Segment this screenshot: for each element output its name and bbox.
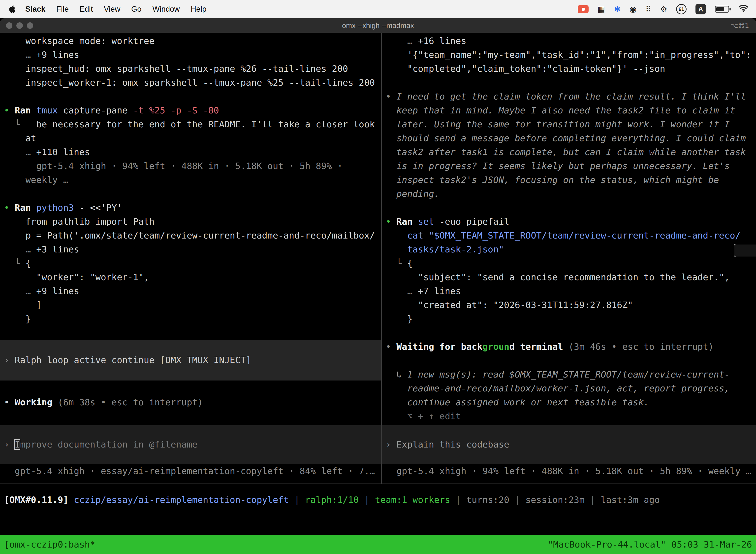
menu-bar: SlackFileEditViewGoWindowHelp ▦ ✱ ◉ ⠿ ⚙ …	[0, 0, 756, 18]
window-close-button[interactable]	[6, 22, 12, 29]
terminal-content: workspace_mode: worktree … +9 lines insp…	[0, 33, 756, 554]
wifi-icon[interactable]	[738, 4, 749, 14]
text-segment: team:1 workers	[375, 495, 450, 505]
text-segment: should send a message before completing …	[386, 133, 746, 143]
text-segment: inspect_worker-1: omx sparkshell --tmux-…	[4, 77, 375, 88]
terminal-line: gpt-5.4 xhigh · essay/ai-reimplementatio…	[0, 464, 381, 478]
text-segment: |	[289, 495, 305, 505]
text-cursor: I	[15, 439, 20, 449]
menu-view[interactable]: View	[98, 5, 126, 13]
text-segment: (6m 38s • esc to interrupt)	[58, 397, 203, 407]
text-segment: set	[418, 216, 440, 227]
terminal-line: … +9 lines	[0, 48, 381, 62]
text-segment: later. Using the same for transition mig…	[386, 119, 730, 129]
badge-61-icon[interactable]: 61	[676, 4, 687, 14]
text-segment: from pathlib import Path	[4, 216, 154, 227]
text-segment: groun	[483, 341, 509, 352]
text-segment: "created_at": "2026-03-31T11:59:27.816Z"	[386, 300, 633, 310]
text-segment: Waiting for back	[396, 341, 483, 352]
text-segment: task2 after task1 is complete, but can I…	[386, 147, 746, 157]
text-segment: |	[450, 495, 466, 505]
dots-grid-icon[interactable]: ⠿	[645, 4, 651, 14]
terminal-line: … +9 lines	[0, 284, 381, 298]
terminal-line: readme-and-reco/mailbox/worker-1.json, a…	[382, 382, 756, 395]
window-title-bar[interactable]: omx --xhigh --madmax ⌥⌘1	[0, 18, 756, 33]
keyboard-grid-icon[interactable]: ▦	[597, 4, 605, 14]
gear-icon[interactable]: ⚙	[660, 4, 667, 14]
text-segment: •	[4, 105, 15, 115]
text-segment: turns:20	[466, 495, 509, 505]
text-segment: └	[4, 258, 25, 268]
text-segment: session:23m	[525, 495, 584, 505]
menu-slack[interactable]: Slack	[20, 5, 51, 13]
text-segment: "worker": "worker-1",	[4, 272, 149, 282]
menu-window[interactable]: Window	[147, 5, 185, 13]
stop-screen-recording-icon[interactable]	[578, 5, 588, 13]
text-segment: +3 lines	[36, 244, 79, 255]
terminal-line: keep that in mind. Maybe I also need the…	[382, 104, 756, 117]
terminal-line: }	[382, 312, 756, 326]
menu-go[interactable]: Go	[126, 5, 147, 13]
tmux-host-clock: "MacBook-Pro-44.local" 05:03 31-Mar-26	[548, 539, 752, 550]
app-menus: SlackFileEditViewGoWindowHelp	[0, 5, 212, 14]
window-minimize-button[interactable]	[16, 22, 23, 29]
text-segment: +9 lines	[36, 286, 79, 296]
text-segment: |	[509, 495, 525, 505]
text-segment: ›	[4, 355, 15, 365]
text-segment: ⌥ + ↑ edit	[386, 411, 461, 421]
text-segment: capture-pane	[63, 105, 133, 115]
battery-fill	[716, 7, 724, 11]
terminal-line: ↳ 1 new msg(s): read $OMX_TEAM_STATE_ROO…	[382, 368, 756, 382]
terminal-line	[0, 187, 381, 201]
left-agent-pane[interactable]: workspace_mode: worktree … +9 lines insp…	[0, 33, 381, 484]
terminal-line: • Waiting for background terminal (3m 46…	[382, 340, 756, 354]
text-segment: …	[4, 50, 36, 60]
dark-circle-icon[interactable]: ◉	[630, 4, 636, 14]
text-segment: }	[386, 314, 413, 324]
terminal-line	[0, 90, 381, 104]
prompt-input-line[interactable]: › Ralph loop active continue [OMX_TMUX_I…	[0, 340, 381, 381]
text-segment: -t %25 -p -S -80	[133, 105, 219, 115]
screenshot-notification[interactable]: Scre	[734, 244, 756, 257]
text-segment: Ran	[15, 105, 36, 115]
text-segment: ›	[386, 439, 396, 449]
text-segment: └	[4, 119, 36, 129]
prompt-input-line[interactable]: › Improve documentation in @filename	[0, 425, 381, 464]
text-segment: continue assigned work or next feasible …	[386, 397, 649, 407]
menu-help[interactable]: Help	[185, 5, 212, 13]
battery-icon[interactable]	[715, 6, 729, 13]
right-agent-pane[interactable]: … +16 lines '{"team_name":"my-team","tas…	[382, 33, 756, 484]
text-segment: cczip/essay/ai-reimplementation-copyleft	[74, 495, 289, 505]
text-segment: p = Path('.omx/state/team/review-current…	[4, 230, 375, 240]
terminal-line: p = Path('.omx/state/team/review-current…	[0, 229, 381, 242]
terminal-line	[382, 76, 756, 90]
terminal-line: should send a message before completing …	[382, 131, 756, 145]
terminal-line: gpt-5.4 xhigh · 94% left · 488K in · 5.1…	[382, 464, 756, 478]
text-segment: "subject": "send a concise recommendatio…	[386, 272, 730, 282]
text-segment: "completed","claim_token":"claim-token"}…	[386, 63, 665, 74]
terminal-line: "completed","claim_token":"claim-token"}…	[382, 62, 756, 76]
terminal-line: task2 after task1 is complete, but can I…	[382, 145, 756, 159]
terminal-line: }	[0, 312, 381, 326]
terminal-line: … +7 lines	[382, 284, 756, 298]
menu-edit[interactable]: Edit	[74, 5, 98, 13]
text-segment: Ralph loop active continue [OMX_TMUX_INJ…	[15, 355, 251, 365]
text-segment: weekly …	[4, 175, 68, 185]
apple-menu-icon[interactable]	[8, 5, 16, 14]
terminal-line: inspect_hud: omx sparkshell --tmux-pane …	[0, 62, 381, 76]
menu-file[interactable]: File	[51, 5, 74, 13]
text-segment: |	[585, 495, 601, 505]
blue-asterisk-icon[interactable]: ✱	[614, 4, 621, 14]
terminal-line: • Ran set -euo pipefail	[382, 215, 756, 229]
window-zoom-button[interactable]	[27, 22, 33, 29]
text-segment: └	[386, 258, 407, 268]
prompt-input-line[interactable]: › Explain this codebase	[382, 425, 756, 464]
text-segment: Ran	[15, 203, 36, 213]
text-segment: +16 lines	[418, 36, 466, 46]
text-segment: …	[4, 286, 36, 296]
terminal-line: ⌥ + ↑ edit	[382, 409, 756, 423]
text-segment: +7 lines	[418, 286, 461, 296]
terminal-line	[382, 354, 756, 368]
terminal-line: at	[0, 131, 381, 145]
input-source-icon[interactable]: A	[695, 4, 706, 14]
